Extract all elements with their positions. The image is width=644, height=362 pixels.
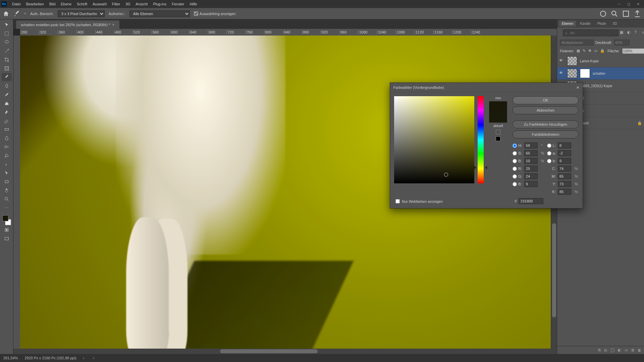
hex-input[interactable]: [519, 198, 543, 204]
b2-radio[interactable]: b:: [547, 159, 556, 163]
screen-mode-tool[interactable]: [2, 235, 12, 243]
horizontal-ruler[interactable]: 2803203604004404805205606006406807207608…: [20, 29, 557, 36]
hand-tool[interactable]: [2, 186, 12, 194]
r-input[interactable]: [524, 166, 538, 172]
menu-filter[interactable]: Filter: [109, 2, 123, 6]
filter-pixel-icon[interactable]: ▦: [620, 30, 625, 36]
adjustment-icon[interactable]: ◐: [618, 348, 621, 352]
layer-thumbnail[interactable]: [567, 69, 577, 78]
close-tab-icon[interactable]: ×: [112, 22, 115, 27]
zoom-tool[interactable]: [2, 195, 12, 203]
path-selection-tool[interactable]: [2, 169, 12, 177]
sample-source-select[interactable]: Alle Ebenen: [129, 10, 190, 17]
menu-fenster[interactable]: Fenster: [169, 2, 187, 6]
lock-position-icon[interactable]: ✥: [588, 49, 591, 53]
eraser-tool[interactable]: [2, 117, 12, 125]
layer-filter-input[interactable]: [563, 29, 619, 36]
close-dialog-button[interactable]: ×: [576, 84, 579, 90]
filter-adjust-icon[interactable]: ◐: [627, 30, 633, 36]
layer-row[interactable]: 👁 Lamm Kopie: [557, 55, 644, 67]
eyedropper-tool-icon[interactable]: [13, 10, 20, 17]
layer-name[interactable]: • 2: [580, 97, 642, 100]
layer-name[interactable]: • 1: [580, 109, 642, 113]
bb-radio[interactable]: B:: [513, 182, 522, 186]
filter-type-icon[interactable]: T: [635, 30, 640, 36]
websafe-icon[interactable]: [496, 136, 500, 141]
tab-3d[interactable]: 3D: [610, 21, 620, 26]
color-compare-swatch[interactable]: [489, 101, 507, 123]
b-radio[interactable]: B:: [513, 159, 522, 163]
pen-tool[interactable]: [2, 152, 12, 160]
menu-bild[interactable]: Bild: [47, 2, 58, 6]
h-input[interactable]: [524, 142, 538, 148]
g-radio[interactable]: G:: [513, 174, 522, 179]
magic-wand-tool[interactable]: [2, 47, 12, 55]
y-input[interactable]: [558, 181, 571, 187]
cube-icon[interactable]: [496, 130, 500, 134]
fill-input[interactable]: [622, 48, 644, 54]
tab-pfade[interactable]: Pfade: [595, 21, 609, 26]
lock-pixels-icon[interactable]: ✎: [583, 49, 586, 53]
gradient-tool[interactable]: [2, 125, 12, 133]
layer-name[interactable]: schatten: [593, 72, 642, 75]
filter-shape-icon[interactable]: ▭: [642, 30, 644, 36]
c-input[interactable]: [558, 166, 571, 172]
ok-button[interactable]: OK: [513, 96, 579, 104]
marquee-tool[interactable]: [2, 29, 12, 38]
chevron-right-icon[interactable]: ›: [83, 356, 85, 360]
web-colors-checkbox[interactable]: Nur Webfarben anzeigen: [395, 199, 443, 203]
lock-transparency-icon[interactable]: ▦: [577, 49, 580, 53]
delete-layer-icon[interactable]: 🗑: [638, 348, 641, 352]
menu-ebene[interactable]: Ebene: [58, 2, 74, 6]
color-swatches[interactable]: [2, 215, 12, 225]
fx-icon[interactable]: fx: [604, 348, 607, 352]
menu-auswahl[interactable]: Auswahl: [90, 2, 109, 6]
tab-ebenen[interactable]: Ebenen: [559, 21, 576, 26]
menu-schrift[interactable]: Schrift: [74, 2, 90, 6]
layer-name[interactable]: Lamm Kopie: [580, 59, 642, 63]
layer-name[interactable]: 95683_1920(1) Kopie: [580, 84, 642, 88]
workspace-icon[interactable]: [622, 10, 630, 18]
blue-input[interactable]: [524, 181, 538, 187]
crop-tool[interactable]: [2, 56, 12, 64]
zoom-level[interactable]: 281,54%: [3, 356, 18, 360]
rectangle-tool[interactable]: [2, 178, 12, 186]
layer-mask-thumbnail[interactable]: [580, 69, 590, 78]
dodge-tool[interactable]: [2, 143, 12, 151]
home-icon[interactable]: [3, 10, 9, 17]
blend-mode-select[interactable]: [560, 40, 593, 46]
mask-icon[interactable]: ◯: [610, 348, 614, 352]
menu-bearbeiten[interactable]: Bearbeiten: [23, 2, 47, 6]
layer-row[interactable]: 👁 schatten: [557, 67, 644, 80]
lock-all-icon[interactable]: 🔒: [600, 49, 605, 53]
cloud-docs-icon[interactable]: [599, 10, 607, 18]
r-radio[interactable]: R:: [513, 167, 522, 171]
tab-kanaele[interactable]: Kanäle: [577, 21, 593, 26]
history-brush-tool[interactable]: [2, 108, 12, 116]
g-input[interactable]: [524, 173, 538, 179]
color-libraries-button[interactable]: Farbbibliotheken: [513, 130, 579, 138]
edit-toolbar[interactable]: ⋯: [2, 204, 12, 212]
vertical-ruler[interactable]: [13, 36, 20, 349]
group-icon[interactable]: ▭: [625, 348, 628, 352]
s-input[interactable]: [524, 150, 538, 156]
window-close-button[interactable]: ✕: [633, 1, 643, 7]
lock-artboard-icon[interactable]: ▭: [594, 49, 597, 53]
l-radio[interactable]: L:: [547, 143, 556, 148]
healing-brush-tool[interactable]: [2, 82, 12, 90]
document-tab[interactable]: schatten erstellen.psdc bei 282% (schatt…: [16, 20, 119, 29]
bright-input[interactable]: [524, 158, 538, 164]
opacity-input[interactable]: [614, 40, 630, 46]
eyedropper-tool[interactable]: [2, 73, 12, 81]
document-info[interactable]: 2920 Px x 2160 Px (182,88 ppi): [24, 356, 76, 360]
menu-datei[interactable]: Datei: [9, 2, 23, 6]
h-radio[interactable]: H:: [513, 143, 522, 148]
move-tool[interactable]: [2, 21, 12, 29]
window-maximize-button[interactable]: ◻: [624, 1, 633, 7]
sample-size-select[interactable]: 3 x 3 Pixel Durchschnitt: [58, 10, 105, 17]
b2-input[interactable]: [558, 158, 571, 164]
menu-hilfe[interactable]: Hilfe: [187, 2, 200, 6]
lasso-tool[interactable]: [2, 38, 12, 46]
hue-slider[interactable]: [478, 96, 484, 183]
type-tool[interactable]: T: [2, 160, 12, 168]
